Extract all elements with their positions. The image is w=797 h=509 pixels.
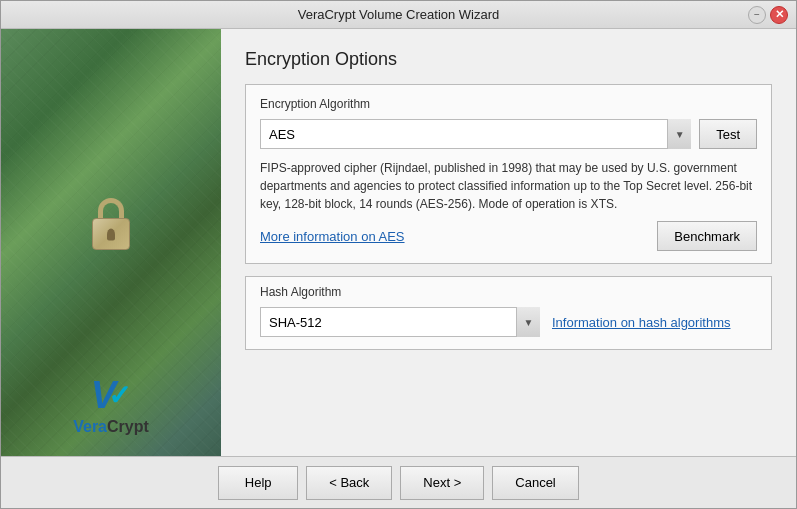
next-button[interactable]: Next >	[400, 466, 484, 500]
back-button[interactable]: < Back	[306, 466, 392, 500]
algorithm-row: AES Serpent Twofish Camellia Kuznyechik …	[260, 119, 757, 149]
brand-name: VeraCrypt	[1, 418, 221, 436]
left-panel: V ✓ VeraCrypt	[1, 29, 221, 456]
hash-group-label: Hash Algorithm	[260, 285, 757, 299]
padlock-shackle	[98, 198, 124, 220]
main-area: V ✓ VeraCrypt Encryption Options Encrypt…	[1, 29, 796, 456]
hash-select[interactable]: SHA-512 Whirlpool SHA-256 Streebog	[260, 307, 540, 337]
padlock-body	[92, 218, 130, 250]
padlock-keyhole	[107, 229, 115, 241]
encryption-group-label: Encryption Algorithm	[260, 97, 757, 111]
window-title: VeraCrypt Volume Creation Wizard	[49, 7, 748, 22]
hash-info-link[interactable]: Information on hash algorithms	[552, 315, 730, 330]
main-window: VeraCrypt Volume Creation Wizard − ✕ V ✓	[0, 0, 797, 509]
veracrypt-logo: V ✓ VeraCrypt	[1, 376, 221, 436]
brand-name-vera: Vera	[73, 418, 107, 435]
cancel-button[interactable]: Cancel	[492, 466, 578, 500]
title-bar: VeraCrypt Volume Creation Wizard − ✕	[1, 1, 796, 29]
logo-graphic: V ✓	[91, 376, 131, 414]
hash-select-wrapper: SHA-512 Whirlpool SHA-256 Streebog ▼	[260, 307, 540, 337]
help-button[interactable]: Help	[218, 466, 298, 500]
brand-name-crypt: Crypt	[107, 418, 149, 435]
test-button[interactable]: Test	[699, 119, 757, 149]
right-panel: Encryption Options Encryption Algorithm …	[221, 29, 796, 456]
hash-row: SHA-512 Whirlpool SHA-256 Streebog ▼ Inf…	[260, 307, 757, 337]
hash-group: Hash Algorithm SHA-512 Whirlpool SHA-256…	[245, 276, 772, 350]
more-info-link[interactable]: More information on AES	[260, 229, 405, 244]
benchmark-button[interactable]: Benchmark	[657, 221, 757, 251]
encryption-group: Encryption Algorithm AES Serpent Twofish…	[245, 84, 772, 264]
padlock-icon	[92, 218, 130, 250]
algorithm-select[interactable]: AES Serpent Twofish Camellia Kuznyechik	[260, 119, 691, 149]
window-controls: − ✕	[748, 6, 788, 24]
minimize-button[interactable]: −	[748, 6, 766, 24]
close-button[interactable]: ✕	[770, 6, 788, 24]
button-bar: Help < Back Next > Cancel	[1, 456, 796, 508]
section-title: Encryption Options	[245, 49, 772, 70]
benchmark-row: More information on AES Benchmark	[260, 221, 757, 251]
algorithm-select-wrapper: AES Serpent Twofish Camellia Kuznyechik …	[260, 119, 691, 149]
logo-check: ✓	[108, 379, 131, 412]
algorithm-description: FIPS-approved cipher (Rijndael, publishe…	[260, 159, 757, 213]
